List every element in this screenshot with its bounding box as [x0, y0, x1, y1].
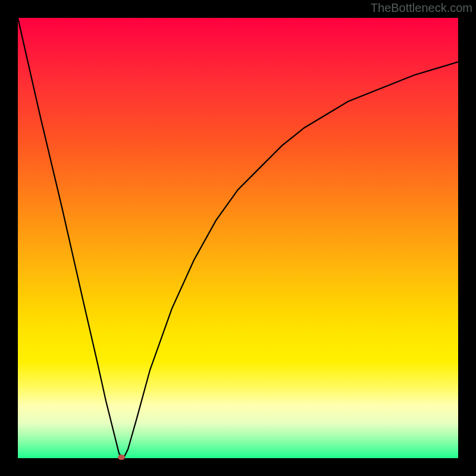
chart-svg — [18, 18, 458, 458]
minimum-marker — [118, 455, 125, 460]
bottleneck-curve-path — [18, 18, 458, 458]
chart-plot-area — [18, 18, 458, 458]
watermark-text: TheBottleneck.com — [371, 1, 472, 15]
